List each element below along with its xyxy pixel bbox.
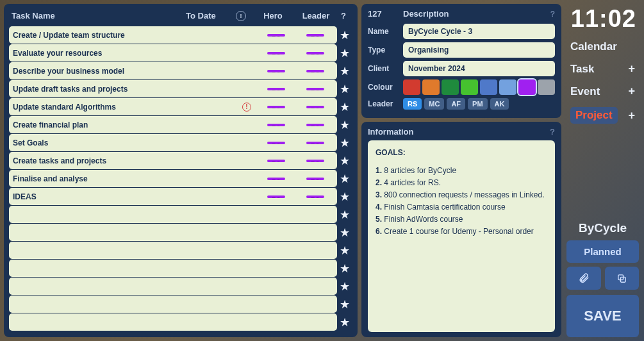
hero-badge[interactable] xyxy=(267,106,285,108)
leader-badge[interactable] xyxy=(306,124,324,126)
leader-badge[interactable] xyxy=(306,52,324,54)
plus-icon[interactable]: + xyxy=(628,109,635,122)
nav-project[interactable]: Project + xyxy=(566,103,639,128)
leader-badge[interactable] xyxy=(306,70,324,72)
task-row[interactable]: Set Goals★ xyxy=(9,134,352,151)
task-row[interactable]: Update draft tasks and projects★ xyxy=(9,80,352,97)
client-label: Client xyxy=(368,64,403,73)
star-icon[interactable]: ★ xyxy=(337,28,352,42)
task-row[interactable]: Describe your business model★ xyxy=(9,62,352,79)
task-row-empty[interactable]: ★ xyxy=(9,242,352,259)
client-input[interactable]: November 2024 xyxy=(403,61,555,76)
copy-button[interactable] xyxy=(605,267,640,290)
status-button[interactable]: Planned xyxy=(566,240,639,263)
hero-badge[interactable] xyxy=(267,70,285,72)
nav-task[interactable]: Task + xyxy=(566,58,639,80)
col-alert[interactable]: ! xyxy=(232,10,250,21)
hero-badge[interactable] xyxy=(267,34,285,37)
hero-badge[interactable] xyxy=(267,124,285,126)
hero-badge[interactable] xyxy=(267,52,285,54)
star-icon[interactable]: ★ xyxy=(337,100,352,114)
colour-swatch[interactable] xyxy=(480,79,497,95)
save-button[interactable]: SAVE xyxy=(566,295,639,337)
col-leader[interactable]: Leader xyxy=(296,11,336,21)
col-task-name[interactable]: Task Name xyxy=(12,11,186,21)
project-id: 127 xyxy=(368,9,403,19)
task-row-empty[interactable]: ★ xyxy=(9,206,352,223)
colour-swatch[interactable] xyxy=(499,79,516,95)
star-icon[interactable]: ★ xyxy=(337,118,352,132)
colour-swatch[interactable] xyxy=(538,79,555,95)
task-row[interactable]: Finalise and analyse★ xyxy=(9,170,352,187)
col-hero[interactable]: Hero xyxy=(250,11,296,21)
name-input[interactable]: ByCycle Cycle - 3 xyxy=(403,24,555,39)
col-help[interactable]: ? xyxy=(336,11,351,21)
star-icon[interactable]: ★ xyxy=(337,64,352,78)
leader-badge[interactable] xyxy=(306,34,324,37)
information-help[interactable]: ? xyxy=(550,127,555,137)
colour-swatch[interactable] xyxy=(518,79,536,95)
leader-badge[interactable] xyxy=(306,88,324,90)
leader-badge[interactable] xyxy=(306,142,324,144)
task-name: Create tasks and projects xyxy=(13,156,196,165)
nav-calendar[interactable]: Calendar xyxy=(566,36,639,58)
information-body[interactable]: GOALS: 1. 8 articles for ByCycle2. 4 art… xyxy=(368,140,555,332)
star-icon[interactable]: ★ xyxy=(337,172,352,186)
plus-icon[interactable]: + xyxy=(628,85,635,98)
leader-badge[interactable] xyxy=(306,106,324,108)
leader-badge[interactable] xyxy=(306,195,324,198)
leader-badges: RSMCAFPMAK xyxy=(403,98,555,110)
colour-swatch[interactable] xyxy=(442,79,459,95)
star-icon[interactable]: ★ xyxy=(337,244,352,258)
leader-badge-mc[interactable]: MC xyxy=(424,98,444,110)
task-row[interactable]: Create tasks and projects★ xyxy=(9,152,352,169)
hero-badge[interactable] xyxy=(267,142,285,144)
col-to-date[interactable]: To Date xyxy=(186,11,232,21)
leader-badge-rs[interactable]: RS xyxy=(403,98,422,110)
hero-badge[interactable] xyxy=(267,88,285,90)
task-row[interactable]: Evaluate your resources★ xyxy=(9,44,352,62)
star-icon[interactable]: ★ xyxy=(337,46,352,60)
star-icon[interactable]: ★ xyxy=(337,208,352,222)
leader-badge-af[interactable]: AF xyxy=(447,98,465,110)
task-hero xyxy=(255,52,297,54)
hero-badge[interactable] xyxy=(267,178,285,180)
task-row[interactable]: Update standard Algorithms!★ xyxy=(9,98,352,115)
leader-badge[interactable] xyxy=(306,178,324,180)
task-hero xyxy=(255,34,297,37)
star-icon[interactable]: ★ xyxy=(337,190,352,204)
task-row-empty[interactable]: ★ xyxy=(9,224,352,241)
attachment-button[interactable] xyxy=(566,267,601,290)
star-icon[interactable]: ★ xyxy=(337,226,352,240)
copy-icon xyxy=(616,273,627,284)
task-hero xyxy=(255,88,297,90)
task-row[interactable]: IDEAS★ xyxy=(9,188,352,205)
nav-event[interactable]: Event + xyxy=(566,80,639,103)
leader-badge-pm[interactable]: PM xyxy=(468,98,488,110)
description-help[interactable]: ? xyxy=(550,10,555,19)
star-icon[interactable]: ★ xyxy=(337,279,352,294)
type-input[interactable]: Organising xyxy=(403,42,555,58)
task-row[interactable]: Create financial plan★ xyxy=(9,116,352,133)
colour-swatch[interactable] xyxy=(403,79,420,95)
star-icon[interactable]: ★ xyxy=(337,136,352,150)
hero-badge[interactable] xyxy=(267,195,285,198)
task-name: IDEAS xyxy=(13,192,196,201)
star-icon[interactable]: ★ xyxy=(337,297,352,312)
task-row-empty[interactable]: ★ xyxy=(9,295,352,313)
star-icon[interactable]: ★ xyxy=(337,154,352,168)
plus-icon[interactable]: + xyxy=(628,62,635,76)
task-row-empty[interactable]: ★ xyxy=(9,260,352,277)
star-icon[interactable]: ★ xyxy=(337,262,352,276)
task-row-empty[interactable]: ★ xyxy=(9,313,352,331)
star-icon[interactable]: ★ xyxy=(337,315,352,329)
task-row[interactable]: Create / Update team structure★ xyxy=(9,26,352,44)
leader-badge-ak[interactable]: AK xyxy=(490,98,509,110)
task-leader xyxy=(297,195,333,198)
colour-swatch[interactable] xyxy=(422,79,440,95)
hero-badge[interactable] xyxy=(267,160,285,162)
colour-swatch[interactable] xyxy=(461,79,478,95)
leader-badge[interactable] xyxy=(306,160,324,162)
task-row-empty[interactable]: ★ xyxy=(9,278,352,295)
star-icon[interactable]: ★ xyxy=(337,82,352,96)
